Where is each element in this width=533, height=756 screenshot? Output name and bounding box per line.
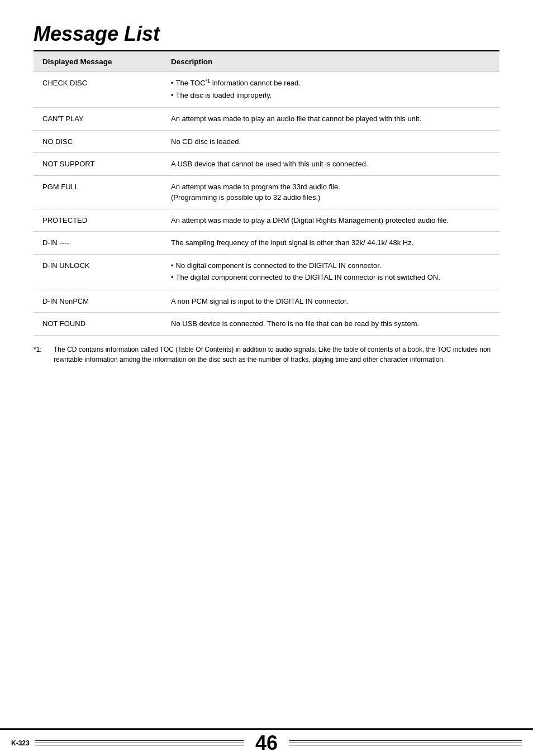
footnote-label: *1:: [34, 344, 49, 365]
table-row: CHECK DISC•The TOC*1 information cannot …: [34, 72, 499, 108]
description-text: An attempt was made to play a DRM (Digit…: [171, 216, 449, 224]
footnote-text: The CD contains information called TOC (…: [54, 344, 499, 365]
footer-line-r2: [289, 743, 522, 743]
col-header-description: Description: [162, 52, 499, 72]
bullet-text: The TOC*1 information cannot be read.: [176, 78, 301, 89]
footnote-section: *1: The CD contains information called T…: [34, 344, 499, 365]
bullet-symbol: •: [171, 272, 174, 283]
message-cell: NOT SUPPORT: [34, 153, 162, 176]
message-cell: PROTECTED: [34, 209, 162, 232]
bullet-text: The digital component connected to the D…: [176, 272, 440, 283]
description-text: No CD disc is loaded.: [171, 137, 241, 146]
footer-line-1: [35, 740, 244, 741]
bullet-symbol: •: [171, 260, 174, 271]
description-cell: A USB device that cannot be used with th…: [162, 153, 499, 176]
bullet-item: •The digital component connected to the …: [171, 272, 491, 283]
bullet-text: The disc is loaded improperly.: [176, 90, 272, 101]
message-cell: D-IN ----: [34, 232, 162, 255]
description-text: No USB device is connected. There is no …: [171, 319, 419, 328]
description-cell: An attempt was made to play an audio fil…: [162, 108, 499, 131]
table-row: PROTECTEDAn attempt was made to play a D…: [34, 209, 499, 232]
bullet-symbol: •: [171, 78, 174, 89]
message-cell: D-IN NonPCM: [34, 290, 162, 313]
description-text: The sampling frequency of the input sign…: [171, 238, 413, 247]
description-text: An attempt was made to play an audio fil…: [171, 114, 421, 123]
footer-lines-right: [289, 740, 522, 745]
message-cell: CHECK DISC: [34, 72, 162, 108]
description-cell: •No digital component is connected to th…: [162, 254, 499, 290]
page-title: Message List: [34, 22, 499, 46]
table-row: CAN'T PLAYAn attempt was made to play an…: [34, 108, 499, 131]
description-text: A USB device that cannot be used with th…: [171, 160, 368, 168]
page-container: Message List Displayed Message Descripti…: [0, 0, 533, 409]
bullet-text: No digital component is connected to the…: [176, 260, 382, 271]
table-row: D-IN NonPCMA non PCM signal is input to …: [34, 290, 499, 313]
description-cell: A non PCM signal is input to the DIGITAL…: [162, 290, 499, 313]
footer-line-3: [35, 745, 244, 745]
description-cell: An attempt was made to program the 33rd …: [162, 175, 499, 209]
footer-lines-left: [35, 740, 244, 745]
message-table: Displayed Message Description CHECK DISC…: [34, 51, 499, 336]
description-cell: No CD disc is loaded.: [162, 130, 499, 153]
description-cell: The sampling frequency of the input sign…: [162, 232, 499, 255]
footer-line-2: [35, 743, 244, 743]
description-cell: •The TOC*1 information cannot be read.•T…: [162, 72, 499, 108]
message-cell: PGM FULL: [34, 175, 162, 209]
table-row: NOT FOUNDNo USB device is connected. The…: [34, 313, 499, 336]
description-text: An attempt was made to program the 33rd …: [171, 183, 340, 191]
message-cell: CAN'T PLAY: [34, 108, 162, 131]
table-row: NOT SUPPORTA USB device that cannot be u…: [34, 153, 499, 176]
description-cell: An attempt was made to play a DRM (Digit…: [162, 209, 499, 232]
footer-line-r1: [289, 740, 522, 741]
message-cell: NO DISC: [34, 130, 162, 153]
page-footer: K-323 46: [0, 728, 533, 756]
description-text: (Programming is possible up to 32 audio …: [171, 193, 320, 202]
table-row: D-IN UNLOCK•No digital component is conn…: [34, 254, 499, 290]
description-text: A non PCM signal is input to the DIGITAL…: [171, 297, 348, 305]
col-header-message: Displayed Message: [34, 52, 162, 72]
footer-line-r3: [289, 745, 522, 745]
bullet-item: •No digital component is connected to th…: [171, 260, 491, 271]
message-cell: D-IN UNLOCK: [34, 254, 162, 290]
bullet-item: •The disc is loaded improperly.: [171, 90, 491, 101]
footer-left: K-323: [0, 739, 244, 747]
description-cell: No USB device is connected. There is no …: [162, 313, 499, 336]
table-header-row: Displayed Message Description: [34, 52, 499, 72]
bullet-symbol: •: [171, 90, 174, 101]
footer-page-number: 46: [244, 731, 289, 755]
footer-model: K-323: [11, 739, 35, 747]
message-cell: NOT FOUND: [34, 313, 162, 336]
bullet-item: •The TOC*1 information cannot be read.: [171, 78, 491, 89]
table-row: D-IN ----The sampling frequency of the i…: [34, 232, 499, 255]
table-row: PGM FULLAn attempt was made to program t…: [34, 175, 499, 209]
table-row: NO DISCNo CD disc is loaded.: [34, 130, 499, 153]
